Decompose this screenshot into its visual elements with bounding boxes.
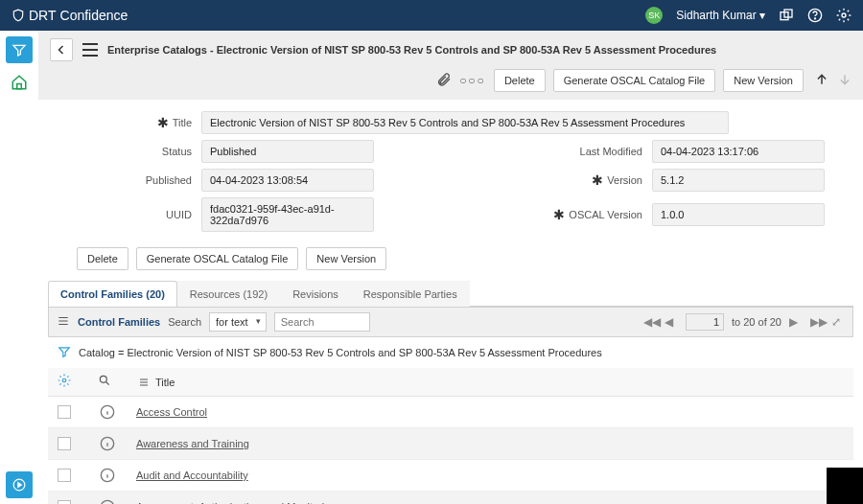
grid-toolbar: Control Families Search for text ◀◀ ◀ 1 … bbox=[48, 307, 853, 337]
svg-point-11 bbox=[101, 500, 113, 504]
windows-icon[interactable] bbox=[779, 8, 794, 23]
search-label: Search bbox=[168, 316, 201, 328]
column-title-header[interactable]: Title bbox=[138, 377, 175, 388]
info-icon[interactable] bbox=[100, 404, 115, 420]
main-layout: Enterprise Catalogs - Electronic Version… bbox=[0, 31, 863, 504]
uuid-label: UUID bbox=[77, 209, 192, 220]
app-topbar: DRTConfidence SK Sidharth Kumar ▾ bbox=[0, 0, 863, 31]
filter-summary-row: Catalog = Electronic Version of NIST SP … bbox=[48, 337, 853, 368]
tab-responsible-parties[interactable]: Responsible Parties bbox=[351, 281, 470, 307]
last-page-icon[interactable]: ▶▶ bbox=[810, 315, 824, 329]
brand-prefix: DRT bbox=[29, 8, 57, 23]
oscal-version-field[interactable]: 1.0.0 bbox=[652, 203, 825, 226]
version-label: Version bbox=[607, 174, 642, 186]
list-view-icon[interactable] bbox=[57, 314, 70, 331]
sidebar-filter-button[interactable] bbox=[6, 36, 33, 63]
search-input[interactable] bbox=[274, 312, 370, 332]
grid-header-row: Title bbox=[48, 368, 853, 397]
shield-icon bbox=[12, 9, 25, 22]
filter-icon[interactable] bbox=[58, 345, 71, 360]
row-checkbox[interactable] bbox=[58, 437, 71, 450]
generate-oscal-button-2[interactable]: Generate OSCAL Catalog File bbox=[136, 247, 299, 270]
arrow-up-icon[interactable] bbox=[815, 73, 828, 89]
last-modified-field[interactable]: 04-04-2023 13:17:06 bbox=[652, 140, 825, 163]
left-sidebar bbox=[0, 31, 38, 504]
content-area: Enterprise Catalogs - Electronic Version… bbox=[38, 31, 863, 504]
details-form: ✱Title Electronic Version of NIST SP 800… bbox=[38, 100, 863, 243]
table-row: Access Control bbox=[48, 397, 853, 428]
brand-logo: DRTConfidence bbox=[12, 8, 128, 23]
search-column-icon[interactable] bbox=[98, 374, 111, 390]
hamburger-menu-icon[interactable] bbox=[82, 43, 98, 57]
page-range: to 20 of 20 bbox=[732, 316, 781, 328]
expand-grid-icon[interactable]: ⤢ bbox=[831, 315, 845, 329]
first-page-icon[interactable]: ◀◀ bbox=[643, 315, 657, 329]
tab-revisions[interactable]: Revisions bbox=[280, 281, 351, 307]
row-checkbox[interactable] bbox=[58, 405, 71, 419]
svg-point-3 bbox=[814, 18, 815, 19]
title-label: Title bbox=[173, 117, 192, 128]
svg-point-7 bbox=[100, 376, 106, 382]
tab-bar: Control Families (20) Resources (192) Re… bbox=[48, 280, 853, 307]
back-button[interactable] bbox=[50, 38, 73, 61]
info-icon[interactable] bbox=[100, 436, 115, 451]
row-title-link[interactable]: Audit and Accountability bbox=[136, 470, 248, 481]
tab-resources[interactable]: Resources (192) bbox=[177, 281, 280, 307]
action-bar: Delete Generate OSCAL Catalog File New V… bbox=[38, 243, 863, 280]
title-field[interactable]: Electronic Version of NIST SP 800-53 Rev… bbox=[201, 111, 729, 134]
row-title-link[interactable]: Awareness and Training bbox=[136, 438, 249, 449]
arrow-down-icon[interactable] bbox=[838, 73, 851, 89]
help-icon[interactable] bbox=[807, 8, 823, 23]
row-checkbox[interactable] bbox=[58, 500, 71, 504]
generate-oscal-button[interactable]: Generate OSCAL Catalog File bbox=[553, 69, 716, 92]
gear-icon[interactable] bbox=[836, 8, 851, 23]
oscal-version-label: OSCAL Version bbox=[569, 209, 642, 220]
grid-title: Control Families bbox=[78, 316, 160, 328]
info-icon[interactable] bbox=[100, 499, 115, 504]
breadcrumb: Enterprise Catalogs - Electronic Version… bbox=[107, 44, 716, 56]
svg-rect-5 bbox=[17, 84, 22, 89]
table-row: Assessment, Authorization, and Monitorin… bbox=[48, 492, 853, 504]
page-number-input[interactable]: 1 bbox=[686, 313, 724, 331]
corner-overlay bbox=[827, 468, 863, 504]
row-title-link[interactable]: Access Control bbox=[136, 406, 207, 418]
status-label: Status bbox=[77, 146, 192, 157]
delete-button-2[interactable]: Delete bbox=[77, 247, 128, 270]
version-field[interactable]: 5.1.2 bbox=[652, 169, 825, 192]
grid-settings-gear-icon[interactable] bbox=[58, 374, 71, 390]
published-label: Published bbox=[77, 174, 192, 186]
delete-button[interactable]: Delete bbox=[494, 69, 546, 92]
tab-control-families[interactable]: Control Families (20) bbox=[48, 281, 177, 307]
page-header: Enterprise Catalogs - Electronic Version… bbox=[38, 31, 863, 100]
attachment-icon[interactable] bbox=[436, 72, 452, 90]
prev-page-icon[interactable]: ◀ bbox=[665, 315, 678, 329]
sidebar-play-button[interactable] bbox=[6, 471, 33, 498]
search-mode-select[interactable]: for text bbox=[209, 312, 267, 332]
brand-suffix: Confidence bbox=[60, 8, 128, 23]
published-field[interactable]: 04-04-2023 13:08:54 bbox=[201, 169, 374, 192]
avatar[interactable]: SK bbox=[645, 7, 663, 24]
svg-point-6 bbox=[62, 378, 66, 382]
sidebar-home-button[interactable] bbox=[6, 69, 33, 96]
table-row: Awareness and Training bbox=[48, 428, 853, 460]
topbar-right: SK Sidharth Kumar ▾ bbox=[645, 7, 851, 24]
uuid-field[interactable]: fdac0321-959f-43ec-a91d-322da7d976 bbox=[201, 197, 374, 232]
filter-summary-text: Catalog = Electronic Version of NIST SP … bbox=[79, 347, 602, 358]
new-version-button-2[interactable]: New Version bbox=[306, 247, 386, 270]
svg-point-4 bbox=[842, 13, 846, 17]
info-icon[interactable] bbox=[100, 468, 115, 483]
user-name[interactable]: Sidharth Kumar ▾ bbox=[676, 9, 765, 22]
table-row: Audit and Accountability bbox=[48, 460, 853, 492]
status-field[interactable]: Published bbox=[201, 140, 374, 163]
new-version-button[interactable]: New Version bbox=[723, 69, 804, 92]
next-page-icon[interactable]: ▶ bbox=[789, 315, 803, 329]
row-checkbox[interactable] bbox=[58, 469, 71, 482]
more-icon[interactable]: ○○○ bbox=[459, 74, 486, 87]
last-modified-label: Last Modified bbox=[527, 146, 642, 157]
